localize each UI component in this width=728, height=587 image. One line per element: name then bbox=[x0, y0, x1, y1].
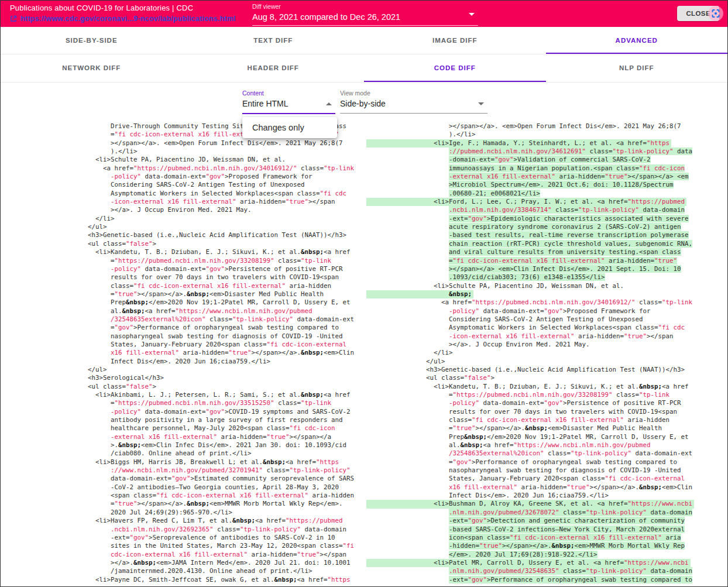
code-line: <li>Akinbami, L. J.; Petersen, L. R.; Sa… bbox=[1, 391, 363, 399]
code-line: and viral culture results from universit… bbox=[366, 248, 727, 256]
code-diff-panel[interactable]: Drive-Through Community Testing Site, Ne… bbox=[1, 122, 727, 586]
code-line: -policy" data-domain-ext="gov">Persisten… bbox=[1, 265, 363, 273]
code-line: -based SARS-CoV-2 infections—New York Ci… bbox=[366, 526, 727, 534]
primary-tab-bar: SIDE-BY-SIDETEXT DIFFIMAGE DIFFADVANCED bbox=[1, 27, 727, 54]
code-line: -external x16 fill-external" aria-hidden… bbox=[1, 433, 363, 441]
chevron-down-icon bbox=[469, 13, 475, 16]
code-line: results for over 70 days in two traveler… bbox=[1, 273, 363, 282]
code-line: </ul> bbox=[1, 223, 363, 231]
code-line: class="fi cdc-icon-external x16 fill-ext… bbox=[366, 416, 727, 424]
tab-nlp-diff[interactable]: NLP DIFF bbox=[546, 54, 728, 82]
tab-advanced[interactable]: ADVANCED bbox=[546, 27, 728, 54]
code-line: x16 fill-external" aria-hidden="true"></… bbox=[1, 349, 363, 357]
code-column-new: ></span></a>. <em>Open Forum Infect Dis<… bbox=[363, 122, 727, 586]
code-line: <ul class="false"> bbox=[366, 374, 727, 382]
code-line: .nlm.nih.gov/pubmed/32548635" class="tp-… bbox=[366, 567, 727, 575]
screen-capture-cursor-icon bbox=[707, 5, 724, 22]
code-line: <a href="https://pubmed.ncbi.nlm.nih.gov… bbox=[1, 164, 363, 173]
code-line: -policy" data-domain-ext="gov">Proposed … bbox=[1, 173, 363, 181]
code-line: chain reaction (rRT-PCR) cycle threshold… bbox=[366, 240, 727, 248]
code-line: States, January-February 2020<span class… bbox=[1, 341, 363, 349]
tab-code-diff[interactable]: CODE DIFF bbox=[364, 54, 546, 82]
code-line: -external x16 fill-external" aria-hidden… bbox=[366, 173, 727, 181]
code-line: ="true"></span></a>.&nbsp;<em>Disaster M… bbox=[366, 424, 727, 432]
view-mode-select[interactable]: View mode Side-by-side bbox=[340, 90, 487, 114]
code-line: -icon-external x16 fill-external" aria-h… bbox=[366, 332, 727, 341]
menu-option-changes-only[interactable]: Changes only bbox=[242, 117, 337, 138]
tab-header-diff[interactable]: HEADER DIFF bbox=[183, 54, 365, 82]
tab-image-diff[interactable]: IMAGE DIFF bbox=[364, 27, 546, 54]
code-line: Asymptomatic Workers in Selected Workpla… bbox=[1, 190, 363, 198]
code-line: <li>Schulte PA, Piacentino JD, Weissman … bbox=[1, 156, 363, 164]
code-line: ="gov">Performance of oropharyngeal swab… bbox=[366, 458, 727, 466]
code-line: cdc-icon-external x16 fill-external" ari… bbox=[1, 551, 363, 559]
code-line: acute respiratory syndrome coronavirus 2… bbox=[366, 223, 727, 231]
code-line: antibody positivity in a large survey of… bbox=[1, 416, 363, 424]
page-url-link[interactable]: https://www.cdc.gov/coronavi...9-ncov/la… bbox=[20, 15, 236, 23]
code-line: .ncbi.nlm.nih.gov/32692365" class="tp-li… bbox=[1, 526, 363, 534]
code-line: /ciab080. Online ahead of print.</li> bbox=[1, 449, 363, 458]
tab-text-diff[interactable]: TEXT DIFF bbox=[183, 27, 365, 54]
external-link-icon bbox=[10, 15, 17, 22]
code-line: ></span></a> <em>Clin Infect Dis</em>. 2… bbox=[366, 265, 727, 273]
code-line: <h3>Serological</h3> bbox=[1, 374, 363, 382]
chevron-up-icon bbox=[326, 102, 332, 105]
code-line: </ul> bbox=[366, 358, 727, 366]
code-line: ://pubmed.ncbi.nlm.nih.gov/34612691" cla… bbox=[366, 147, 727, 156]
code-column-old: Drive-Through Community Testing Site, Ne… bbox=[1, 122, 363, 586]
diff-viewer-label: Diff viewer bbox=[252, 2, 478, 10]
code-line: 2020 Jul 24;69(29):965-970.</li> bbox=[1, 509, 363, 517]
code-line: sites in the United States, March 23-May… bbox=[1, 542, 363, 550]
code-line: Prep&nbsp;</em>2020 Nov 19;1-2Patel MR, … bbox=[366, 433, 727, 441]
code-line: </em>. 2020 Jul 17;69(28):918-922.</li> bbox=[366, 551, 727, 559]
chevron-down-icon bbox=[478, 102, 484, 105]
date-range-select[interactable]: Diff viewer Aug 8, 2021 compared to Dec … bbox=[252, 2, 478, 26]
code-line: <li>Bushman D, Alroy KA, Greene SK, et a… bbox=[366, 500, 694, 508]
code-line: <span class="fi cdc-icon-external x16 fi… bbox=[1, 492, 363, 500]
code-line: icon<span class="fi cdc-icon-external x1… bbox=[366, 534, 727, 542]
code-line: <h3>Genetic-based (i.e.,Nucleic Acid Amp… bbox=[366, 366, 727, 374]
code-line: al.&nbsp;<a href="https://www.ncbi.nlm.n… bbox=[366, 441, 727, 449]
code-line: <li>Kandetu, T. B.; Dziuban, E. J.; Siku… bbox=[366, 383, 727, 391]
code-line: -ext="gov">Detection and genetic charact… bbox=[366, 517, 727, 525]
page-info: Publications about COVID-19 for Laborato… bbox=[10, 4, 236, 23]
code-line: x16 fill-external" aria-hidden="true"></… bbox=[366, 483, 727, 492]
code-line: </li> bbox=[366, 349, 727, 357]
code-line: .1093/cid/ciab303; 73(6) e1348-e1355</li… bbox=[366, 273, 727, 282]
page-title: Publications about COVID-19 for Laborato… bbox=[10, 4, 236, 12]
code-line: Prep&nbsp;</em>2020 Nov 19;1-2Patel MR, … bbox=[1, 298, 363, 307]
code-line: -domain-ext="gov">Validation of commerci… bbox=[366, 156, 727, 164]
code-line: Asymptomatic Workers in Selected Workpla… bbox=[366, 324, 727, 332]
code-line: -CoV-2 antibodies—Two Georgia counties, … bbox=[1, 483, 363, 492]
code-line: <li>Schulte PA, Piacentino JD, Weissman … bbox=[366, 282, 727, 290]
code-line: >.&nbsp;<em>Clin Infec Dis</em>. 2021 Ja… bbox=[1, 441, 363, 449]
code-line: /32548635external%20icon" class="tp-link… bbox=[1, 315, 363, 324]
code-line: ="true"></span></a>.&nbsp;<em>Disaster M… bbox=[1, 290, 363, 298]
code-line: &nbsp; bbox=[366, 290, 473, 298]
code-line: <li>Ige, F.; Hamada, Y.; Steinhardt, L.;… bbox=[366, 139, 671, 147]
code-line: <li>Payne DC, Smith-Jeffcoat SE, owak G,… bbox=[1, 576, 363, 584]
top-bar: Publications about COVID-19 for Laborato… bbox=[1, 1, 727, 27]
tab-side-by-side[interactable]: SIDE-BY-SIDE bbox=[1, 27, 183, 54]
code-line: .ncbi.nlm.nih.gov/33846714" class="tp-li… bbox=[366, 206, 727, 214]
content-select[interactable]: Content Entire HTML bbox=[242, 90, 335, 114]
code-line: <li>Patel MR, Carroll D, Ussery E, et al… bbox=[366, 559, 691, 567]
code-line: ).</li> bbox=[366, 131, 727, 139]
code-line: </li> bbox=[1, 215, 363, 223]
code-line: <h3>Genetic-based (i.e.,Nucleic Acid Amp… bbox=[1, 231, 363, 239]
code-line: <li>Ford, L.; Lee, C.; Pray, I. W.; et a… bbox=[366, 198, 686, 206]
code-line: <li>Biggs HM, Harris JB, Breakwell L; et… bbox=[1, 458, 363, 466]
code-line: <ul class="false"> bbox=[1, 383, 363, 391]
code-line: nasopharyngeal swab testing for diagnosi… bbox=[1, 332, 363, 341]
code-line: immunoassays in a Nigerian population.<s… bbox=[366, 164, 727, 173]
code-line: al.&nbsp;<a href="https://www.ncbi.nlm.n… bbox=[1, 307, 363, 315]
tab-network-diff[interactable]: NETWORK DIFF bbox=[1, 54, 183, 82]
code-line: <a href="https://pubmed.ncbi.nlm.nih.gov… bbox=[366, 298, 727, 307]
code-line: -ext="gov">Performance of oropharyngeal … bbox=[366, 576, 727, 584]
code-line: .nlm.nih.gov/pubmed/32678072" class="tp-… bbox=[366, 509, 727, 517]
view-mode-select-label: View mode bbox=[340, 90, 487, 97]
code-line: ></span></a>. <em>Open Forum Infect Dis<… bbox=[366, 122, 727, 131]
content-select-menu: Entire HTMLChanges only bbox=[242, 117, 337, 138]
code-line: Considering SARS-CoV-2 Antigen Testing o… bbox=[1, 181, 363, 189]
code-line: States, January-February 2020<span class… bbox=[366, 475, 727, 483]
